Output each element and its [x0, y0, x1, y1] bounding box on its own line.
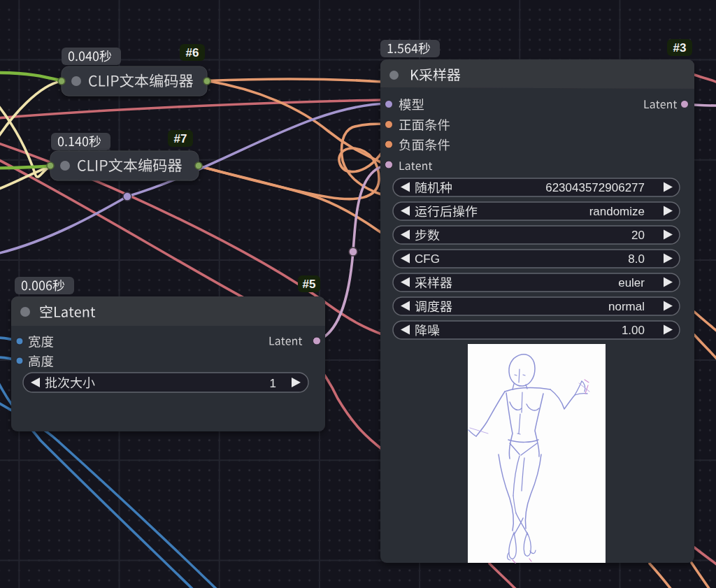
svg-text:randomize: randomize — [589, 205, 645, 218]
svg-text:8.0: 8.0 — [628, 252, 645, 266]
svg-text:#7: #7 — [174, 132, 187, 145]
svg-text:623043572906277: 623043572906277 — [545, 181, 645, 194]
svg-text:1: 1 — [270, 377, 276, 390]
svg-text:#5: #5 — [303, 278, 316, 291]
svg-text:20: 20 — [631, 229, 645, 242]
svg-text:normal: normal — [608, 300, 645, 313]
svg-text:1.00: 1.00 — [622, 324, 645, 337]
svg-text:CFG: CFG — [415, 252, 440, 266]
svg-text:#3: #3 — [673, 41, 687, 55]
svg-text:#6: #6 — [186, 46, 199, 59]
svg-text:euler: euler — [618, 276, 645, 289]
